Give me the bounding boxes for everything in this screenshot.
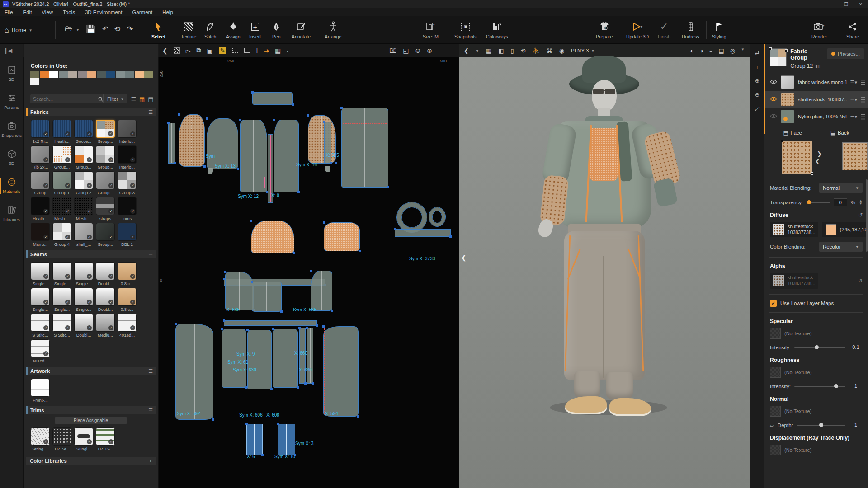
drag-handle-icon[interactable] — [861, 96, 865, 103]
pattern-piece-hip-left[interactable] — [225, 272, 254, 310]
texture-mode-icon[interactable] — [174, 47, 180, 54]
pan-up-icon[interactable]: ↑ — [756, 63, 759, 70]
seam-item[interactable]: ✓0.8 c... — [117, 288, 137, 312]
pattern-piece-pant-left[interactable] — [175, 324, 213, 420]
zoom-out-icon[interactable]: ⊖ — [755, 91, 760, 98]
minimize-button[interactable]: — — [825, 2, 839, 7]
sidebar-item-materials[interactable]: Materials — [0, 178, 23, 194]
collapse-left-icon[interactable]: ❮ — [464, 47, 469, 54]
fabric-item[interactable]: ✓DBL 1 — [117, 223, 137, 247]
pattern-piece-front-right[interactable] — [274, 120, 299, 192]
face-tab[interactable]: ⬒ Face — [783, 130, 802, 136]
marker-icon[interactable]: ✎ — [219, 47, 227, 54]
fabric-item[interactable]: ✓Group 4 — [52, 223, 72, 247]
specular-intensity-value[interactable]: 0.1 — [849, 343, 863, 352]
avatar-cam-icon[interactable]: ⛹ — [532, 47, 539, 54]
tool-texture[interactable]: Texture — [181, 21, 196, 39]
roughness-intensity-value[interactable]: 1 — [849, 382, 863, 390]
fabric-item[interactable]: ✓Group... — [52, 145, 72, 169]
fabric-group-thumbnail[interactable] — [770, 48, 787, 66]
drag-handle-icon[interactable] — [861, 113, 865, 120]
swap-views-icon[interactable]: ⇄ — [755, 49, 760, 56]
trims-section-header[interactable]: Trims☰ — [26, 406, 156, 414]
layer-options-icon[interactable]: ☰▾ — [850, 80, 857, 85]
collapse-left-icon[interactable]: ❮ — [162, 47, 168, 54]
layer-row[interactable]: fabric wrinkles mono 16☰▾ — [765, 74, 868, 91]
snapshot-icon[interactable]: ◎ — [730, 47, 735, 54]
pattern-piece-pant-panel-1[interactable] — [222, 329, 246, 388]
filter-dropdown[interactable]: Filter▼ — [103, 94, 127, 103]
seam-item[interactable]: ✓Doubl... — [74, 314, 94, 338]
menu-tools[interactable]: Tools — [63, 9, 75, 15]
menu-help[interactable]: Help — [162, 9, 173, 15]
update-3d-button[interactable]: ▾ Update 3D — [626, 21, 649, 39]
visibility-eye-icon[interactable] — [770, 113, 777, 120]
physics-button[interactable]: Physics... — [827, 48, 864, 59]
rail-collapse-icon[interactable]: ❙◀ — [4, 47, 12, 54]
tool-pen[interactable]: Pen — [272, 21, 281, 39]
styling-button[interactable]: Styling — [712, 21, 726, 39]
cursor-icon[interactable]: ▻ — [186, 47, 191, 54]
pattern-piece-hat-side[interactable] — [429, 207, 445, 226]
transparency-slider[interactable] — [807, 202, 830, 203]
layer-options-icon[interactable]: ☰▾ — [850, 114, 857, 120]
color-blending-dropdown[interactable]: Recolor▼ — [819, 242, 863, 252]
fabric-item[interactable]: ✓2x2 Ri... — [30, 120, 50, 144]
sidebar-item-3d[interactable]: 3D — [0, 150, 23, 166]
tool-arrange[interactable]: Arrange — [325, 21, 341, 39]
home-button[interactable]: ⌂ Home▼ — [5, 26, 33, 34]
chevron-down-icon[interactable]: ▼ — [741, 47, 745, 54]
finish-button[interactable]: ✓ Finish — [658, 21, 670, 39]
color-swatch[interactable] — [40, 71, 49, 78]
section-menu-icon[interactable]: ☰ — [148, 252, 153, 258]
seam-item[interactable]: ✓0.8 c... — [117, 262, 137, 286]
pattern-piece-side-left[interactable] — [207, 118, 238, 169]
layer-row[interactable]: Nylon plain, 100% Nyl...☰▾ — [765, 108, 868, 125]
back-tab[interactable]: ⬓ Back — [830, 130, 849, 136]
seam-item[interactable]: ✓Single... — [30, 262, 50, 286]
section-menu-icon[interactable]: ☰ — [148, 368, 153, 374]
shading-sphere-icon[interactable]: ◐ — [690, 47, 694, 54]
fabric-item[interactable]: ✓Rib 2x... — [30, 145, 50, 169]
close-button[interactable]: ✕ — [854, 2, 868, 7]
pattern-piece-vest-back[interactable] — [324, 222, 360, 251]
fabric-item[interactable]: ✓Group... — [95, 120, 115, 144]
layer-row[interactable]: shutterstock_103837...☰▾ — [765, 91, 868, 108]
stepper[interactable]: ▲▼ — [859, 200, 863, 206]
fabric-item[interactable]: ✓Interlo... — [117, 120, 137, 144]
color-swatch[interactable] — [87, 71, 96, 78]
prepare-button[interactable]: ! Prepare — [596, 21, 613, 39]
pattern-piece-vest-front[interactable] — [251, 221, 294, 253]
device-icon[interactable]: ▯ — [510, 47, 514, 54]
pattern-piece-pant-right[interactable] — [323, 326, 359, 417]
pattern-piece-pant-strip-1[interactable] — [299, 328, 306, 384]
seam-item[interactable]: ✓Single... — [30, 288, 50, 312]
background-icon[interactable]: ◧ — [498, 47, 504, 54]
colorways-button[interactable]: Colorways — [486, 21, 508, 39]
render-mode-icon[interactable]: ◑ — [700, 47, 703, 54]
add-icon[interactable]: + — [149, 458, 152, 464]
color-libraries-header[interactable]: Color Libraries + — [26, 457, 156, 465]
ruler-tool-icon[interactable]: ⌐ — [287, 47, 290, 54]
pattern-piece-hat-band[interactable] — [395, 229, 451, 237]
turntable-icon[interactable]: ⟲ — [521, 47, 526, 54]
seam-item[interactable]: ✓Single... — [52, 288, 72, 312]
zoom-rect-icon[interactable]: ⌧ — [389, 47, 396, 54]
grid-view-icon[interactable]: ▦ — [139, 96, 145, 103]
open-file-icon[interactable]: 🗁 — [65, 24, 72, 33]
maximize-button[interactable]: ❒ — [839, 2, 854, 7]
tool-select[interactable]: Select — [151, 21, 165, 39]
tool-assign[interactable]: Assign — [226, 21, 241, 39]
fabric-item[interactable]: ✓Group 1 — [52, 171, 72, 195]
chevron-down-icon[interactable]: ▼ — [476, 49, 479, 53]
pattern-piece-front-left[interactable] — [240, 120, 267, 192]
render-button[interactable]: ▾ Render — [811, 21, 827, 39]
normal-depth-slider[interactable] — [797, 425, 845, 426]
fabric-item[interactable]: ✓Heath... — [30, 197, 50, 221]
fabric-item[interactable]: ✓Mesh ... — [52, 197, 72, 221]
camera-icon[interactable]: ⌘ — [547, 47, 552, 54]
fabric-item[interactable]: ✓Marro... — [30, 223, 50, 247]
visibility-eye-icon[interactable] — [770, 79, 777, 86]
open-file-chevron-icon[interactable]: ▼ — [76, 28, 80, 32]
back-texture-thumbnail[interactable] — [842, 142, 868, 170]
